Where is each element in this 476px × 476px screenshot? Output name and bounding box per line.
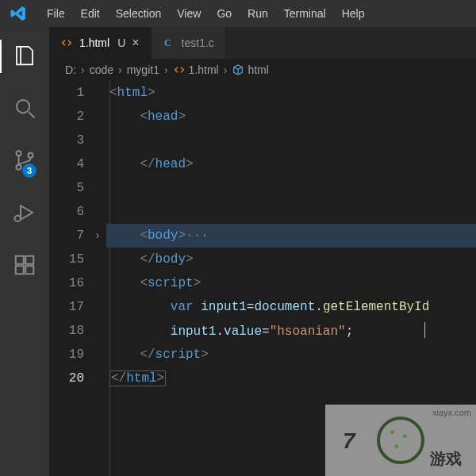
svg-point-2 (17, 151, 21, 155)
html-file-icon (60, 36, 73, 49)
menu-go[interactable]: Go (209, 5, 239, 22)
svg-rect-9 (16, 266, 24, 274)
close-icon[interactable]: × (132, 36, 139, 49)
chevron-right-icon: › (222, 63, 229, 76)
code-line: var input1=document.getElementById (106, 295, 476, 319)
activity-bar: 3 (0, 27, 49, 476)
menu-view[interactable]: View (170, 5, 208, 22)
svg-point-3 (17, 164, 21, 169)
chevron-right-icon: › (163, 63, 170, 76)
tab-1-html[interactable]: 1.html U × (49, 27, 152, 59)
code-line: </html> (106, 367, 476, 390)
menu-terminal[interactable]: Terminal (277, 5, 333, 22)
tab-label: 1.html (79, 36, 109, 49)
tab-label: test1.c (182, 36, 214, 49)
code-line (106, 129, 476, 152)
menu-run[interactable]: Run (240, 5, 275, 22)
activity-search[interactable] (0, 90, 49, 127)
svg-rect-10 (25, 266, 33, 274)
line-number-gutter: 1 2 3 4 5 6 7 15 16 17 18 19 20 (49, 81, 89, 476)
code-line (106, 176, 476, 200)
c-file-icon: C (163, 36, 175, 49)
menu-file[interactable]: File (40, 5, 72, 22)
menu-edit[interactable]: Edit (74, 5, 107, 22)
menu-selection[interactable]: Selection (109, 5, 169, 22)
crumb-symbol[interactable]: html (232, 63, 268, 76)
tab-modified-indicator: U (117, 36, 125, 49)
scm-badge: 3 (22, 163, 36, 178)
cube-icon (232, 63, 244, 76)
activity-explorer[interactable] (0, 38, 49, 75)
breadcrumb[interactable]: D: › code › mygit1 › 1.html › html (49, 59, 476, 81)
watermark-number: 7 (343, 428, 355, 454)
debug-icon (13, 201, 36, 227)
chevron-right-icon: › (79, 63, 86, 76)
svg-text:C: C (164, 37, 171, 48)
watermark-overlay: xiayx.com 7 游戏 (325, 405, 476, 476)
svg-line-1 (29, 112, 35, 118)
menu-bar: File Edit Selection View Go Run Terminal… (0, 0, 476, 27)
code-line: </head> (106, 152, 476, 176)
crumb-mygit1[interactable]: mygit1 (127, 63, 159, 76)
crumb-file[interactable]: 1.html (173, 63, 219, 76)
code-line: </script> (106, 343, 476, 367)
watermark-url: xiayx.com (432, 408, 471, 417)
code-line (106, 200, 476, 224)
code-line: <body>··· (106, 224, 476, 248)
crumb-drive[interactable]: D: (65, 63, 76, 76)
search-icon (13, 96, 36, 122)
code-line: <head> (106, 105, 476, 129)
watermark-logo-icon (377, 416, 424, 464)
html-file-icon (173, 63, 186, 76)
watermark-cn: 游戏 (430, 448, 462, 470)
editor-tabs: 1.html U × C test1.c (49, 27, 476, 59)
activity-source-control[interactable]: 3 (0, 143, 49, 179)
code-line: <script> (106, 271, 476, 295)
extensions-icon (13, 253, 36, 279)
code-line: </body> (106, 248, 476, 271)
fold-gutter[interactable]: › (89, 81, 106, 476)
code-line: <html> (106, 81, 476, 105)
vscode-logo-icon (8, 3, 29, 24)
code-line: input1.value="hsoanian"; (106, 319, 476, 343)
svg-rect-8 (25, 255, 33, 263)
menu-help[interactable]: Help (335, 5, 372, 22)
svg-point-6 (15, 215, 21, 221)
crumb-code[interactable]: code (90, 63, 113, 76)
activity-extensions[interactable] (0, 248, 49, 284)
files-icon (13, 44, 36, 70)
tab-test1-c[interactable]: C test1.c (152, 27, 226, 59)
svg-marker-5 (21, 205, 33, 220)
activity-debug[interactable] (0, 195, 49, 232)
chevron-right-icon[interactable]: › (89, 224, 106, 248)
svg-point-0 (17, 100, 29, 113)
chevron-right-icon: › (117, 63, 124, 76)
svg-point-4 (29, 152, 33, 157)
svg-rect-7 (16, 255, 24, 263)
